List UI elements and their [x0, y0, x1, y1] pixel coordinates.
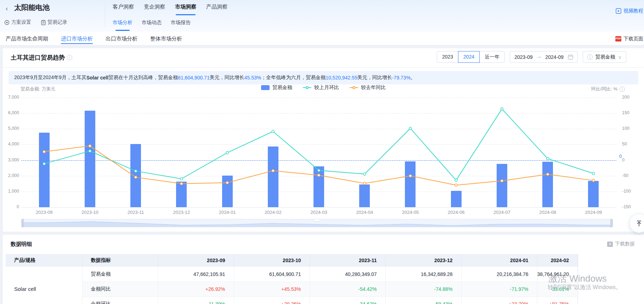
analysis-nav: 产品市场生命周期 进口市场分析 出口市场分析 整体市场分析 PDF 下载页面	[0, 32, 644, 45]
scheme-settings-label: 方案设置	[11, 19, 31, 26]
value-cell: +29.25%	[234, 297, 310, 304]
col-header-month: 2024-02	[537, 254, 578, 267]
col-header-month: 2023-11	[310, 254, 385, 267]
chevron-down-icon: ∨	[618, 54, 622, 60]
col-header-month: 2024-01	[461, 254, 537, 267]
market-subtabs: 市场分析 市场动态 市场报告	[113, 20, 191, 29]
clipboard-icon	[41, 20, 46, 25]
download-data-label: 下载数据	[615, 241, 635, 247]
nav-export-analysis[interactable]: 出口市场分析	[106, 32, 137, 45]
right-axis-tick: 200	[622, 95, 629, 100]
tab-competitor-insight[interactable]: 竞企洞察	[144, 4, 165, 12]
right-axis-tick: -100	[622, 189, 631, 194]
download-page-button[interactable]: PDF 下载页面	[615, 32, 643, 45]
right-axis-tick: 0	[622, 157, 625, 162]
legend-trade-amount[interactable]: 贸易金额	[261, 84, 292, 91]
x-axis-label: 2024-02	[257, 210, 289, 215]
tab-customer-insight[interactable]: 客户洞察	[113, 4, 134, 12]
target-icon	[4, 20, 10, 25]
date-from[interactable]: 2023-09	[514, 54, 532, 60]
legend-yoy[interactable]: 较去年同比	[350, 84, 386, 91]
video-tutorial-label: 视频教程	[623, 8, 643, 14]
download-page-label: 下载页面	[623, 32, 643, 45]
x-axis-label: 2024-04	[349, 210, 380, 215]
datazoom-grip[interactable]	[314, 219, 320, 221]
subtab-market-dynamics[interactable]: 市场动态	[142, 20, 162, 29]
empty-cell	[578, 282, 578, 297]
tab-market-insight[interactable]: 市场洞察	[175, 4, 196, 12]
product-cell: Solar cell	[6, 267, 82, 304]
datazoom-left-handle[interactable]	[21, 219, 24, 227]
scheme-settings-link[interactable]: 方案设置	[4, 19, 31, 26]
value-cell: 38,764,961.20	[537, 267, 578, 282]
bar-swatch	[261, 85, 270, 90]
value-cell: -11.39%	[158, 297, 234, 304]
col-header-month: 2023-12	[385, 254, 461, 267]
calendar-icon	[568, 54, 573, 60]
recent-year-button[interactable]: 近一年	[479, 51, 505, 63]
excel-icon: X	[607, 242, 613, 247]
datazoom-slider[interactable]	[21, 219, 613, 227]
subtab-market-report[interactable]: 市场报告	[171, 20, 191, 29]
subtab-market-analysis[interactable]: 市场分析	[113, 20, 132, 29]
value-cell: +45.53%	[234, 282, 310, 297]
metric-select[interactable]: i 贸易金额 ∨	[583, 51, 626, 63]
table-title: 数据明细	[11, 241, 32, 248]
zero-marker-label: 0	[619, 154, 622, 159]
col-header-empty	[578, 254, 578, 267]
right-axis-tick: -150	[622, 204, 631, 209]
nav-import-analysis[interactable]: 进口市场分析	[61, 32, 93, 45]
quick-links: 方案设置 贸易记录	[4, 19, 67, 26]
x-axis-label: 2023-11	[120, 210, 152, 215]
x-axis-label: 2023-10	[74, 210, 106, 215]
right-axis-tick: 50	[622, 142, 627, 147]
range-arrow-icon: ⇀	[537, 54, 541, 60]
play-video-icon	[616, 8, 621, 14]
table-row: 金额同比+26.92%+45.53%-54.42%-74.88%-71.97%-…	[6, 282, 578, 297]
right-axis-tick: 150	[622, 110, 629, 115]
left-axis-tick: 0	[4, 204, 19, 209]
legend-mom[interactable]: 较上月环比	[303, 84, 339, 91]
data-detail-card: 数据明细 X 下载数据 产品/规格数据指标2023-092023-102023-…	[3, 235, 644, 304]
value-cell: -71.97%	[461, 282, 537, 297]
col-header-month: 2023-10	[234, 254, 310, 267]
info-icon[interactable]: i	[67, 55, 72, 60]
table-row: Solar cell贸易金额47,662,105.9161,604,900.71…	[6, 267, 578, 282]
trade-records-label: 贸易记录	[47, 19, 67, 26]
video-tutorial-link[interactable]: 视频教程	[616, 8, 643, 14]
right-axis-info-icon[interactable]: i	[620, 87, 625, 92]
orange-line-swatch	[350, 86, 358, 89]
x-axis-label: 2023-09	[28, 210, 60, 215]
right-axis-tick: 100	[622, 126, 629, 131]
tab-product-insight[interactable]: 产品洞察	[206, 4, 227, 12]
download-data-button[interactable]: X 下载数据	[607, 241, 635, 247]
empty-cell	[578, 297, 578, 304]
date-range-picker[interactable]: 2023-09 ⇀ 2024-09	[510, 51, 578, 63]
left-axis-tick: 6,000	[4, 110, 19, 115]
nav-overall-analysis[interactable]: 整体市场分析	[150, 32, 182, 45]
x-axis-label: 2024-09	[577, 210, 609, 215]
value-cell: 16,342,689.28	[385, 267, 461, 282]
back-icon[interactable]: ‹	[6, 5, 8, 12]
date-to[interactable]: 2024-09	[545, 54, 563, 60]
year-2023-button[interactable]: 2023	[437, 51, 458, 63]
value-cell: -33.61%	[537, 282, 578, 297]
value-cell: 47,662,105.91	[158, 267, 234, 282]
top-header: ‹ 太阳能电池 方案设置 贸易记录 客户洞察 竞企洞察 市场洞察 产品洞察 市场…	[0, 0, 644, 32]
metric-cell: 金额同比	[82, 282, 158, 297]
trade-records-link[interactable]: 贸易记录	[41, 19, 67, 26]
year-2024-button[interactable]: 2024	[458, 51, 480, 63]
chart-plot-area[interactable]	[21, 98, 616, 207]
teal-line-swatch	[303, 86, 311, 89]
left-axis-tick: 2,000	[4, 173, 19, 178]
header-divider	[105, 4, 105, 27]
x-axis-label: 2023-12	[165, 210, 197, 215]
right-axis-caption: 环比/同比: % i	[591, 86, 625, 92]
left-axis-tick: 3,000	[4, 157, 19, 162]
nav-product-lifecycle[interactable]: 产品市场生命周期	[6, 32, 48, 45]
datazoom-right-handle[interactable]	[610, 219, 613, 227]
title-divider	[3, 67, 644, 68]
gridline	[21, 207, 616, 208]
metric-cell: 金额环比	[82, 297, 158, 304]
chart-legend: 贸易金额 较上月环比 较去年同比	[3, 84, 644, 91]
